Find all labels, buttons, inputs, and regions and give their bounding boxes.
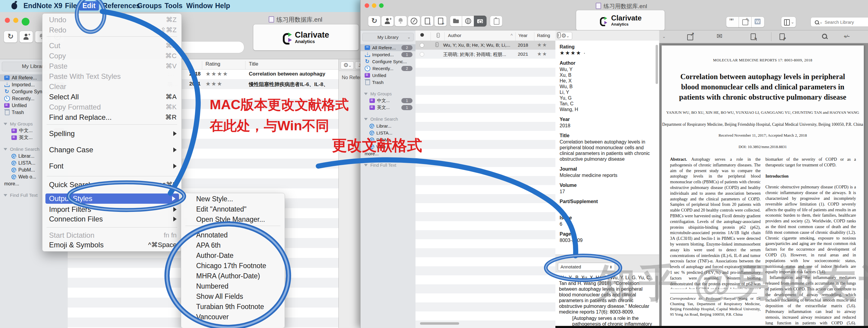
library-selector[interactable]: My Library⌄ [362,33,414,41]
sidebar-item-library[interactable]: Librar... [361,122,415,129]
chevron-down-icon[interactable]: ⌄ [662,34,666,39]
sidebar-item-recently-added[interactable]: Recently...2 [361,65,415,72]
submenu-item-mhra[interactable]: MHRA (Author-Date) [188,271,280,281]
column-title[interactable]: Title [249,61,258,67]
menu-item-paste-with-text-styles[interactable]: Paste With Text Styles [49,71,177,82]
submenu-item-chicago[interactable]: Chicago 17th Footnote [188,261,280,271]
submenu-item-numbered[interactable]: Numbered [188,281,280,291]
menu-item-font[interactable]: Font [49,161,177,171]
layout-button[interactable]: ⌄ [781,17,796,27]
menu-item-paste[interactable]: Paste⌘V [49,61,177,71]
menu-item-clear[interactable]: Clear [49,82,177,92]
menu-item-undo[interactable]: Undo⌘Z [49,15,177,25]
zoom-in-out-icon[interactable] [843,33,851,41]
submenu-item-edit-annotated[interactable]: Edit "Annotated" [188,204,280,214]
zoom-button[interactable] [379,3,383,8]
online-mode-button[interactable] [462,16,474,27]
menu-window[interactable]: Window [186,2,213,10]
menu-help[interactable]: Help [215,2,230,10]
export-pdf-icon[interactable] [778,33,786,41]
menu-item-quick-search[interactable]: Quick Search⌥⌘F [49,180,177,190]
menu-references[interactable]: References [102,2,140,10]
menu-item-change-case[interactable]: Change Case [49,145,177,155]
sidebar-item-imported[interactable]: Imported...1 [361,51,415,58]
menu-file[interactable]: File [65,2,77,10]
email-icon[interactable] [716,33,723,41]
close-button[interactable] [365,3,369,8]
close-button[interactable] [5,18,10,23]
group-online-search[interactable]: Online Search [361,116,415,122]
sidebar-item-chinese-group[interactable]: 中文...1 [361,97,415,104]
menu-item-cut[interactable]: Cut⌘X [49,41,177,51]
submenu-item-author-date[interactable]: Author-Date [188,250,280,261]
edit-reference-button[interactable] [739,17,752,27]
submenu-item-vancouver[interactable]: Vancouver [188,312,280,322]
menu-item-connection-files[interactable]: Connection Files [49,214,177,224]
sidebar-item-configure-sync[interactable]: Configure Sync... [361,58,415,65]
read-status-column-icon[interactable] [420,33,424,37]
menu-item-start-dictation[interactable]: Start Dictationfn fn [49,230,177,240]
menu-item-select-all[interactable]: Select All⌘A [49,92,177,102]
apple-icon[interactable] [11,3,17,9]
paperclip-icon[interactable] [555,32,563,39]
sidebar-item-english-group[interactable]: 英文...1 [361,104,415,111]
menu-item-import-filters[interactable]: Import Filters [49,204,177,214]
online-search-button[interactable] [408,16,420,27]
menu-app-name[interactable]: EndNote X9 [24,2,62,10]
horizontal-scrollbar[interactable] [420,322,459,325]
details-fields[interactable]: Rating ★★★★ · Author Wu, Y Xu, B He, X W… [555,41,659,255]
alerts-button[interactable] [395,16,407,27]
word-cwyw-button[interactable] [751,17,765,27]
submenu-item-turabian[interactable]: Turabian 9th Footnote [188,301,280,312]
copy-citation-button[interactable] [726,17,739,27]
reference-row[interactable]: 王萌萌; 於海洋; 孙雨晴; 程朋... 2021 ★★ [415,50,555,59]
zoom-button[interactable] [22,18,30,26]
integrated-mode-button[interactable] [474,16,487,27]
submenu-item-show-all-fields[interactable]: Show All Fields [188,291,280,301]
search-input[interactable] [824,19,858,25]
submenu-item-open-style-manager[interactable]: Open Style Manager... [188,214,280,225]
reference-row-selected[interactable]: Wu, Y; Xu, B; He, X; Wu, B; Li,... 2018 … [415,41,555,50]
column-author[interactable]: Author [448,33,461,38]
menu-item-copy-formatted[interactable]: Copy Formatted⌘K [49,102,177,112]
list-header: Author ^ Year Rating [415,30,555,41]
menu-edit[interactable]: Edit [79,1,99,10]
sync-button[interactable] [4,31,18,43]
column-rating[interactable]: Rating [206,61,220,67]
menu-item-output-styles[interactable]: Output Styles [45,193,179,204]
group-find-full-text[interactable]: Find Full Text [361,161,415,169]
save-pdf-icon[interactable] [749,33,757,41]
submenu-item-apa-6th[interactable]: APA 6th [188,240,280,250]
gear-menu-button[interactable]: ⌄ [341,61,354,69]
menu-item-emoji-symbols[interactable]: Emoji & Symbols^⌘Space [49,240,177,250]
menu-tools[interactable]: Tools [164,2,183,10]
column-year[interactable]: Year [518,33,527,38]
sidebar-item-unfiled[interactable]: Unfiled [361,72,415,79]
add-reference-button[interactable] [434,16,447,27]
search-library-field[interactable]: ⌄ [810,17,868,27]
sidebar-item-trash[interactable]: Trash [361,79,415,86]
minimize-button[interactable] [372,3,376,8]
group-my-groups[interactable]: My Groups [361,90,415,97]
zoom-search-icon[interactable] [821,33,829,41]
menu-item-spelling[interactable]: Spelling [49,128,177,139]
vertical-scrollbar[interactable] [656,45,658,84]
column-rating[interactable]: Rating [537,33,550,38]
new-reference-button[interactable]: + [381,16,394,27]
new-reference-button[interactable]: + [19,31,33,43]
import-button[interactable] [421,16,434,27]
sync-button[interactable] [368,16,381,27]
menu-groups[interactable]: Groups [137,2,162,10]
menu-item-redo[interactable]: Redo⇧⌘Z [49,25,177,35]
submenu-item-new-style[interactable]: New Style... [188,194,280,204]
open-pdf-icon[interactable] [686,33,694,41]
copy-to-library-button[interactable] [490,16,502,27]
sidebar-item-all-references[interactable]: All Refere...2 [361,44,415,51]
menu-item-find-and-replace[interactable]: Find and Replace...⌘R [49,112,177,122]
submenu-item-annotated[interactable]: ✓Annotated [188,230,280,240]
menu-item-copy[interactable]: Copy⌘C [49,51,177,61]
attachment-column-icon[interactable] [435,32,441,39]
minimize-button[interactable] [13,18,18,23]
local-library-button[interactable] [450,16,462,27]
rating-stars: ★★★★ · [560,50,654,56]
